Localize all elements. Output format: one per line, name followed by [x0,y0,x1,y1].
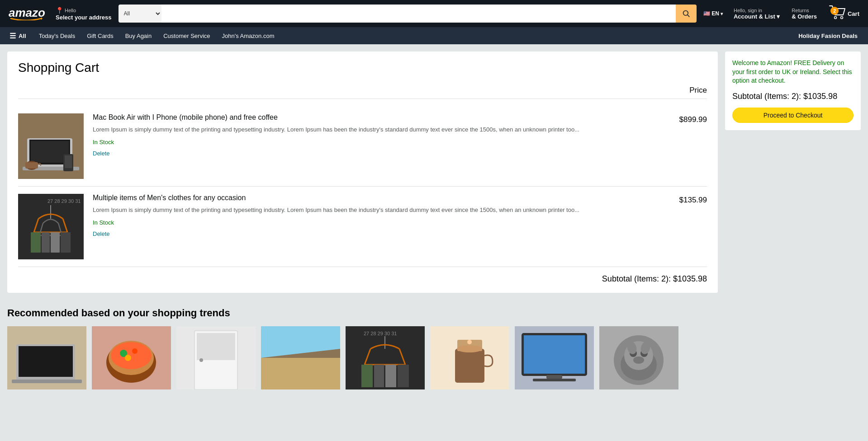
svg-rect-41 [197,333,235,360]
sidebar-subtotal: Subtotal (Items: 2): $1035.98 [732,92,854,101]
svg-rect-30 [19,346,73,377]
svg-rect-9 [31,141,69,163]
item-image-1 [18,113,84,179]
svg-rect-24 [31,232,41,253]
logo-svg: amazon [9,7,45,20]
rec-item[interactable] [599,326,678,389]
svg-text:27 28 29 30 31: 27 28 29 30 31 [364,331,397,336]
svg-line-3 [688,15,689,17]
cart-subtotal: Subtotal (Items: 2): $1035.98 [18,267,707,284]
rec-item[interactable] [515,326,594,389]
svg-rect-52 [361,365,373,387]
svg-rect-26 [51,232,60,253]
item-description-2: Lorem Ipsum is simply dummy text of the … [93,206,653,215]
svg-rect-65 [533,379,576,381]
svg-rect-27 [61,232,71,253]
location-prompt: Select your address [56,14,112,21]
search-category-select[interactable]: All Books Electronics Clothing [119,5,161,23]
cart-sidebar: Welcome to Amazon! FREE Delivery on your… [725,52,861,130]
svg-rect-31 [12,380,82,383]
clothes-image: 27 28 29 30 31 [18,194,84,259]
account-menu[interactable]: Hello, sign in Account & List ▾ [730,5,784,23]
nav-link-today-deals[interactable]: Today's Deals [33,29,81,42]
free-delivery-message: Welcome to Amazon! FREE Delivery on your… [732,59,854,85]
cart-count-badge: 2 [830,7,839,15]
svg-rect-64 [546,375,562,379]
svg-rect-12 [65,155,72,168]
item-title-2[interactable]: Multiple items of Men's clothes for any … [93,194,653,202]
item-price-1: $899.99 [662,113,707,179]
rec-item[interactable] [176,326,256,389]
svg-point-35 [111,342,152,369]
account-greeting: Hello, sign in [734,8,780,13]
svg-rect-57 [455,349,484,383]
item-delete-link-2[interactable]: Delete [93,230,110,237]
all-menu-button[interactable]: ☰ All [5,28,31,43]
svg-rect-54 [385,365,396,387]
recommendations-section: Recommended based on your shopping trend… [0,300,868,397]
language-code: EN [711,10,719,17]
account-label: Account & List ▾ [734,13,780,20]
cart-item: Mac Book Air with I Phone (mobile phone)… [18,106,707,187]
svg-rect-25 [42,232,50,253]
svg-rect-44 [261,358,340,389]
chevron-down-icon: ▾ [721,11,723,16]
location-greeting: Hello [65,8,76,13]
recommendations-title: Recommended based on your shopping trend… [7,307,861,319]
cart-label: Cart [848,10,859,17]
top-navigation: amazon 📍 Hello Select your address All B… [0,0,868,27]
all-label: All [19,33,26,39]
cart-title: Shopping Cart [18,61,707,80]
svg-point-4 [834,17,836,19]
language-selector[interactable]: 🇺🇸 EN ▾ [700,8,726,19]
nav-links-container: Today's Deals Gift Cards Buy Again Custo… [33,29,791,42]
cart-item: 27 28 29 30 31 [18,187,707,267]
item-details-1: Mac Book Air with I Phone (mobile phone)… [93,113,653,179]
shopping-cart-container: Shopping Cart Price [7,52,718,293]
cart-button[interactable]: 2 Cart [825,3,863,24]
flag-emoji: 🇺🇸 [703,10,710,17]
returns-top-label: Returns [792,8,817,13]
location-selector[interactable]: 📍 Hello Select your address [52,3,115,25]
returns-bottom-label: & Orders [792,13,817,20]
svg-point-60 [467,340,472,344]
item-stock-status-2: In Stock [93,219,653,226]
rec-item[interactable] [7,326,86,389]
nav-link-johns-amazon[interactable]: John's Amazon.com [216,29,280,42]
item-title-1[interactable]: Mac Book Air with I Phone (mobile phone)… [93,113,653,122]
amazon-logo[interactable]: amazon [5,5,49,23]
svg-text:amazon: amazon [9,7,45,19]
search-button[interactable] [676,5,697,23]
rec-item[interactable]: 27 28 29 30 31 [346,326,425,389]
svg-rect-55 [398,365,409,387]
svg-point-72 [633,357,644,364]
recommendations-grid: 27 28 29 30 31 [7,326,861,389]
rec-item[interactable] [261,326,340,389]
item-image-2: 27 28 29 30 31 [18,194,84,259]
item-delete-link-1[interactable]: Delete [93,150,110,157]
svg-text:27 28 29 30 31: 27 28 29 30 31 [47,198,81,204]
svg-point-37 [132,348,138,354]
search-input[interactable] [161,5,676,23]
svg-rect-14 [25,162,38,169]
rec-item[interactable] [92,326,171,389]
nav-link-gift-cards[interactable]: Gift Cards [81,29,119,42]
checkout-button[interactable]: Proceed to Checkout [732,108,854,123]
returns-orders[interactable]: Returns & Orders [787,5,821,23]
search-icon [682,9,690,18]
nav-link-customer-service[interactable]: Customer Service [157,29,216,42]
item-description-1: Lorem Ipsum is simply dummy text of the … [93,125,653,134]
svg-point-59 [457,345,482,352]
nav-link-buy-again[interactable]: Buy Again [119,29,158,42]
laptop-image [18,113,84,179]
svg-rect-53 [374,365,384,387]
sidebar-box: Welcome to Amazon! FREE Delivery on your… [725,52,861,130]
holiday-deals-link[interactable]: Holiday Fasion Deals [792,29,863,42]
bottom-navigation: ☰ All Today's Deals Gift Cards Buy Again… [0,27,868,44]
main-content: Shopping Cart Price [0,44,868,300]
svg-point-42 [199,358,203,362]
item-details-2: Multiple items of Men's clothes for any … [93,194,653,259]
rec-item[interactable] [430,326,509,389]
svg-point-38 [125,355,131,361]
hamburger-icon: ☰ [9,32,16,40]
